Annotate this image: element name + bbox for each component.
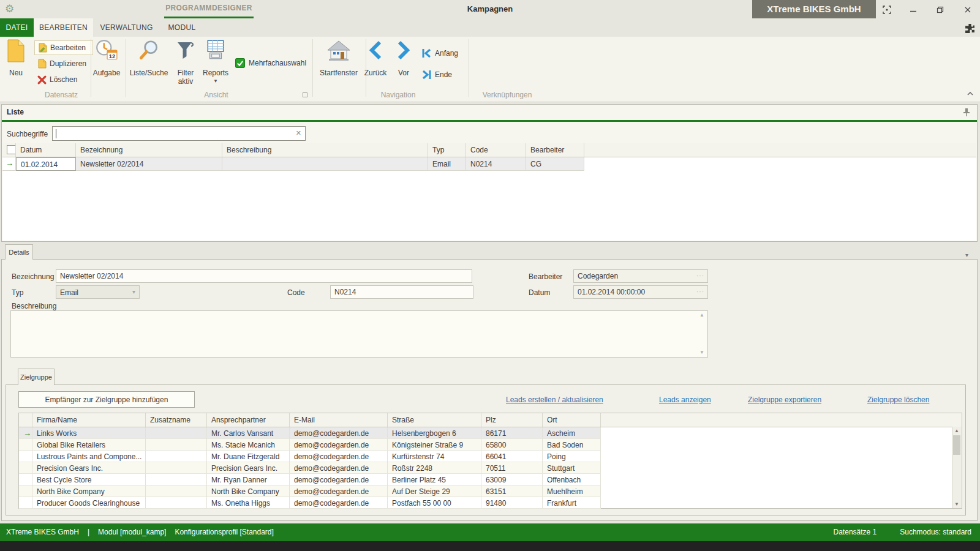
fullscreen-button[interactable] bbox=[878, 5, 896, 15]
zielgruppe-exportieren-link[interactable]: Zielgruppe exportieren bbox=[748, 395, 821, 404]
datum-lookup-button[interactable]: ··· bbox=[696, 288, 704, 295]
table-cell[interactable]: Poing bbox=[543, 451, 601, 462]
code-field[interactable] bbox=[331, 286, 473, 298]
loeschen-button[interactable]: Löschen bbox=[34, 72, 93, 87]
restore-button[interactable] bbox=[931, 5, 949, 15]
bearbeiter-lookup-button[interactable]: ··· bbox=[696, 272, 704, 279]
tab-bearbeiten[interactable]: BEARBEITEN bbox=[34, 18, 93, 37]
table-cell[interactable]: Ms. Onetha Higgs bbox=[207, 497, 290, 509]
column-header[interactable]: Plz bbox=[481, 413, 543, 427]
table-row[interactable]: Lustrous Paints and Compone...Mr. Duane … bbox=[19, 451, 962, 462]
table-cell[interactable]: CG bbox=[526, 157, 584, 171]
table-row[interactable]: →Links WorksMr. Carlos Vansantdemo@codeg… bbox=[19, 427, 962, 439]
table-cell[interactable]: N0214 bbox=[466, 157, 526, 171]
addin-puzzle-icon[interactable] bbox=[965, 23, 975, 34]
table-cell[interactable] bbox=[222, 157, 428, 171]
table-cell[interactable]: demo@codegarden.de bbox=[290, 497, 388, 509]
empfaenger-hinzufuegen-button[interactable]: Empfänger zur Zielgruppe hinzufügen bbox=[18, 391, 195, 408]
table-cell[interactable]: Producer Goods Clearinghouse bbox=[32, 497, 146, 509]
column-header[interactable]: Beschreibung bbox=[222, 143, 428, 157]
table-cell[interactable]: Ms. Stacie Mcanich bbox=[207, 439, 290, 451]
column-header[interactable]: Bezeichnung bbox=[76, 143, 222, 157]
table-cell[interactable]: Links Works bbox=[32, 427, 146, 439]
table-cell[interactable]: demo@codegarden.de bbox=[290, 451, 388, 462]
table-cell[interactable]: demo@codegarden.de bbox=[290, 462, 388, 474]
clear-search-icon[interactable]: ✕ bbox=[296, 129, 301, 137]
leads-erstellen-link[interactable]: Leads erstellen / aktualisieren bbox=[506, 395, 603, 404]
table-cell[interactable]: Kurfürstenstr 74 bbox=[388, 451, 481, 462]
table-cell[interactable]: Precision Gears Inc. bbox=[32, 462, 146, 474]
table-cell[interactable]: Lustrous Paints and Compone... bbox=[32, 451, 146, 462]
table-cell[interactable] bbox=[146, 474, 207, 485]
tab-details[interactable]: Details bbox=[5, 244, 33, 260]
ansicht-dialog-launcher[interactable] bbox=[303, 92, 307, 97]
vertical-scrollbar[interactable]: ▲ ▼ bbox=[952, 427, 962, 508]
reports-dropdown-caret-icon[interactable]: ▾ bbox=[200, 78, 232, 84]
tab-zielgruppe[interactable]: Zielgruppe bbox=[18, 369, 55, 385]
table-cell[interactable]: 66041 bbox=[481, 451, 543, 462]
bearbeiter-field[interactable] bbox=[574, 270, 707, 282]
aufgabe-button[interactable]: 12 Aufgabe bbox=[89, 39, 124, 93]
liste-suche-button[interactable]: Liste/Suche bbox=[127, 39, 170, 93]
zielgruppe-loeschen-link[interactable]: Zielgruppe löschen bbox=[867, 395, 929, 404]
scrollbar-thumb[interactable] bbox=[953, 435, 960, 455]
table-cell[interactable] bbox=[146, 497, 207, 509]
table-cell[interactable]: Mr. Carlos Vansant bbox=[207, 427, 290, 439]
table-cell[interactable]: Berliner Platz 45 bbox=[388, 474, 481, 485]
table-cell[interactable]: demo@codegarden.de bbox=[290, 485, 388, 497]
table-cell[interactable]: Ascheim bbox=[543, 427, 601, 439]
table-cell[interactable]: 01.02.2014 bbox=[16, 157, 76, 171]
table-cell[interactable]: Auf Der Steige 29 bbox=[388, 485, 481, 497]
table-cell[interactable]: 63151 bbox=[481, 485, 543, 497]
table-cell[interactable]: Mr. Duane Fitzgerald bbox=[207, 451, 290, 462]
zurueck-button[interactable]: Zurück bbox=[361, 39, 390, 93]
table-row[interactable]: Global Bike RetailersMs. Stacie Mcanichd… bbox=[19, 439, 962, 451]
table-cell[interactable] bbox=[146, 485, 207, 497]
datum-field[interactable] bbox=[574, 286, 707, 298]
filter-aktiv-button[interactable]: Filter aktiv bbox=[173, 39, 198, 93]
table-cell[interactable]: 65800 bbox=[481, 439, 543, 451]
column-header[interactable]: Bearbeiter bbox=[526, 143, 584, 157]
table-row[interactable]: Best Cycle StoreMr. Ryan Dannerdemo@code… bbox=[19, 474, 962, 485]
table-cell[interactable]: 91480 bbox=[481, 497, 543, 509]
table-cell[interactable]: demo@codegarden.de bbox=[290, 474, 388, 485]
table-cell[interactable]: demo@codegarden.de bbox=[290, 427, 388, 439]
table-row[interactable]: →01.02.2014Newsletter 02/2014EmailN0214C… bbox=[2, 157, 976, 171]
collapse-ribbon-button[interactable] bbox=[967, 91, 974, 96]
beschreibung-field[interactable] bbox=[11, 311, 710, 359]
table-cell[interactable]: Bad Soden bbox=[543, 439, 601, 451]
table-cell[interactable]: North Bike Company bbox=[207, 485, 290, 497]
search-input[interactable] bbox=[55, 128, 290, 140]
column-header[interactable]: Straße bbox=[388, 413, 481, 427]
table-cell[interactable] bbox=[146, 462, 207, 474]
minimize-button[interactable] bbox=[904, 5, 922, 15]
column-header[interactable]: Code bbox=[466, 143, 526, 157]
table-cell[interactable]: Helsenbergbogen 6 bbox=[388, 427, 481, 439]
ende-button[interactable]: Ende bbox=[421, 67, 464, 82]
table-cell[interactable]: Frankfurt bbox=[543, 497, 601, 509]
leads-anzeigen-link[interactable]: Leads anzeigen bbox=[659, 395, 711, 404]
table-row[interactable]: Precision Gears Inc.Precision Gears Inc.… bbox=[19, 462, 962, 474]
column-header[interactable]: Datum bbox=[16, 143, 76, 157]
table-cell[interactable] bbox=[146, 451, 207, 462]
reports-button[interactable]: Reports ▾ bbox=[200, 39, 232, 93]
table-cell[interactable]: Königsteiner Straße 9 bbox=[388, 439, 481, 451]
table-cell[interactable]: Offenbach bbox=[543, 474, 601, 485]
table-cell[interactable]: Best Cycle Store bbox=[32, 474, 146, 485]
scroll-down-icon[interactable]: ▼ bbox=[954, 501, 959, 507]
tab-modul[interactable]: MODUL bbox=[160, 18, 203, 37]
table-cell[interactable]: 86171 bbox=[481, 427, 543, 439]
contextual-tab-programmdesigner[interactable]: PROGRAMMDESIGNER bbox=[164, 4, 254, 12]
scroll-up-icon[interactable]: ▲ bbox=[954, 428, 959, 433]
table-row[interactable]: Producer Goods ClearinghouseMs. Onetha H… bbox=[19, 497, 962, 509]
bearbeiten-button[interactable]: Bearbeiten bbox=[34, 40, 93, 55]
table-cell[interactable] bbox=[146, 439, 207, 451]
column-header[interactable]: E-Mail bbox=[290, 413, 388, 427]
table-cell[interactable]: Global Bike Retailers bbox=[32, 439, 146, 451]
table-cell[interactable]: Stuttgart bbox=[543, 462, 601, 474]
neu-button[interactable]: Neu bbox=[2, 39, 29, 93]
settings-gear-icon[interactable]: ⚙ bbox=[5, 3, 14, 15]
table-cell[interactable]: Newsletter 02/2014 bbox=[76, 157, 222, 171]
table-cell[interactable]: 70511 bbox=[481, 462, 543, 474]
table-cell[interactable]: Precision Gears Inc. bbox=[207, 462, 290, 474]
